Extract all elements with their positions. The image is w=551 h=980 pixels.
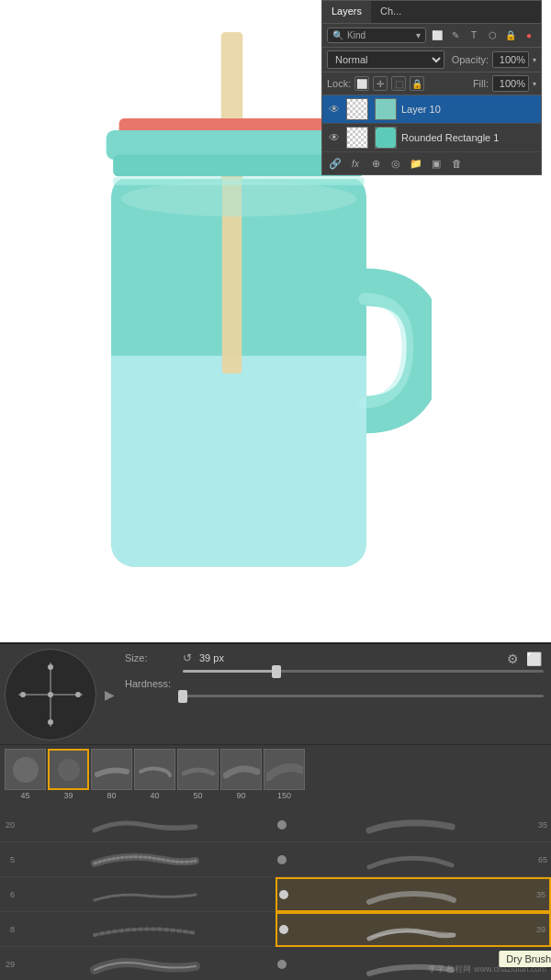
brush-thumb-img-150 [264, 749, 305, 790]
fill-value[interactable]: 100% [492, 75, 529, 92]
tab-channels[interactable]: Ch... [371, 1, 410, 23]
brush-thumb-label-80: 80 [107, 791, 116, 800]
brush-stroke-left-2 [18, 847, 272, 873]
canvas-area: Layers Ch... 🔍 Kind ▾ ⬜ ✎ T ⬡ 🔒 ● Normal… [0, 0, 551, 642]
opacity-label: Opacity: [452, 54, 489, 65]
layer-filter-shape-icon[interactable]: ⬡ [485, 28, 500, 43]
crosshair-bottom-dot [48, 719, 53, 725]
brush-list-item-right-2[interactable]: 65 [276, 842, 551, 877]
brush-num-left-3: 6 [4, 890, 15, 899]
size-value[interactable]: 39 px [199, 652, 241, 663]
layer-visibility-eye-layer10[interactable]: 👁 [327, 103, 342, 116]
hardness-slider-track[interactable] [183, 695, 544, 697]
brush-thumb-45[interactable]: 45 [5, 749, 46, 800]
hardness-slider-thumb[interactable] [178, 690, 187, 703]
brush-num-left-1: 20 [4, 820, 15, 830]
brush-stroke-right-4 [281, 917, 531, 942]
brush-num-right-3: 35 [534, 890, 545, 899]
brush-settings-gear-icon[interactable]: ⚙ [507, 651, 519, 666]
brush-thumb-label-39: 39 [63, 791, 73, 800]
brush-stroke-left-1 [18, 812, 272, 838]
layer-filter-adjust-icon[interactable]: ✎ [448, 28, 463, 43]
brush-list-item-left-4[interactable]: 8 [0, 912, 276, 947]
size-label: Size: [125, 652, 175, 663]
brush-expand-arrow[interactable]: ▶ [101, 644, 118, 744]
brush-grid-area: 45 39 80 [0, 745, 551, 807]
layer-shape-rounded-rect [375, 127, 397, 149]
brush-thumb-40[interactable]: 40 [134, 749, 175, 800]
brush-thumb-label-40: 40 [150, 791, 159, 800]
lock-position-icon[interactable]: ✛ [373, 76, 388, 91]
svg-point-6 [121, 181, 357, 216]
opacity-value[interactable]: 100% [492, 51, 529, 68]
layer-row-layer10[interactable]: 👁 Layer 10 [322, 95, 541, 124]
search-kind-label: Kind [347, 30, 365, 40]
brush-hardness-slider-row [125, 695, 544, 697]
fill-arrow: ▾ [533, 80, 536, 88]
blend-mode-select[interactable]: Normal Multiply Screen [327, 50, 444, 69]
brush-grid-row: 45 39 80 [5, 749, 546, 800]
brush-hardness-row: Hardness: [125, 678, 544, 689]
lock-artboards-icon[interactable]: ⬚ [391, 76, 406, 91]
layers-search-row: 🔍 Kind ▾ ⬜ ✎ T ⬡ 🔒 ● [322, 24, 541, 48]
brush-thumb-img-45 [5, 749, 46, 790]
layer-name-layer10: Layer 10 [401, 104, 536, 115]
brush-settings-area: Size: ↺ 39 px Hardness: [118, 644, 551, 744]
layer-filter-pixel-icon[interactable]: ⬜ [430, 28, 444, 43]
lock-pixels-icon[interactable]: ⬜ [354, 76, 369, 91]
brush-preview-circle [5, 649, 96, 741]
layers-panel: Layers Ch... 🔍 Kind ▾ ⬜ ✎ T ⬡ 🔒 ● Normal… [321, 0, 542, 175]
delete-layer-icon[interactable]: 🗑 [448, 155, 465, 172]
layers-bottom-bar: 🔗 fx ⊕ ◎ 📁 ▣ 🗑 [322, 152, 541, 174]
brush-list-item-left-5[interactable]: 29 [0, 947, 276, 980]
layer-filter-dot[interactable]: ● [522, 28, 536, 43]
tab-layers[interactable]: Layers [322, 1, 371, 23]
crosshair [18, 663, 83, 727]
size-slider-thumb[interactable] [272, 665, 281, 678]
brush-thumb-150[interactable]: 150 [264, 749, 305, 800]
hardness-label: Hardness: [125, 678, 175, 689]
brush-stroke-left-4 [18, 917, 272, 942]
brush-size-row: Size: ↺ 39 px [125, 651, 544, 664]
new-fill-adjustment-icon[interactable]: ⊕ [367, 155, 384, 172]
brush-thumb-50[interactable]: 50 [177, 749, 219, 800]
layer-visibility-eye-rounded-rect[interactable]: 👁 [327, 131, 342, 144]
brush-thumb-img-90 [220, 749, 262, 790]
layers-search-box[interactable]: 🔍 Kind ▾ [327, 28, 426, 43]
svg-rect-4 [111, 356, 368, 572]
brush-thumb-90[interactable]: 90 [220, 749, 262, 800]
brush-list-item-left-1[interactable]: 20 [0, 807, 276, 842]
new-artboard-icon[interactable]: ▣ [428, 155, 444, 172]
layer-row-rounded-rect[interactable]: 👁 Rounded Rectangle 1 [322, 124, 541, 152]
layer-filter-type-icon[interactable]: T [467, 28, 481, 43]
new-mask-icon[interactable]: ◎ [388, 155, 404, 172]
brush-list-item-left-3[interactable]: 6 [0, 877, 276, 912]
brush-list-item-right-1[interactable]: 35 [276, 807, 551, 842]
brush-list-area: 20 5 6 [0, 807, 551, 980]
brush-list-item-right-3[interactable]: 35 [276, 877, 551, 912]
brush-list-item-left-2[interactable]: 5 [0, 842, 276, 877]
size-slider-track[interactable] [183, 670, 544, 673]
brush-thumb-img-40 [134, 749, 175, 790]
brush-thumb-80[interactable]: 80 [91, 749, 132, 800]
link-layers-icon[interactable]: 🔗 [327, 155, 343, 172]
brush-thumb-39[interactable]: 39 [48, 749, 89, 800]
brush-num-right-1: 35 [536, 820, 547, 830]
brush-list-item-right-4[interactable]: Dry Brush 1 #2 39 [276, 912, 551, 947]
brush-collapse-icon[interactable]: ⬜ [526, 651, 542, 666]
brush-thumb-label-150: 150 [277, 791, 291, 800]
brush-thumb-img-39 [48, 749, 89, 790]
layer-thumb-rounded-rect [346, 127, 368, 149]
lock-all-icon[interactable]: 🔒 [410, 76, 424, 91]
brush-list-col-right: 35 65 35 [276, 807, 551, 980]
crosshair-center-dot [48, 692, 53, 697]
new-group-icon[interactable]: 📁 [408, 155, 424, 172]
layer-thumb-layer10 [346, 98, 368, 120]
brush-num-left-5: 29 [4, 960, 15, 969]
reset-size-icon[interactable]: ↺ [183, 651, 192, 664]
layer-filter-smart-icon[interactable]: 🔒 [503, 28, 518, 43]
brush-stroke-left-5 [18, 952, 272, 977]
fx-icon[interactable]: fx [347, 155, 364, 172]
brush-stroke-left-3 [18, 882, 272, 908]
brush-stroke-right-1 [279, 812, 533, 838]
